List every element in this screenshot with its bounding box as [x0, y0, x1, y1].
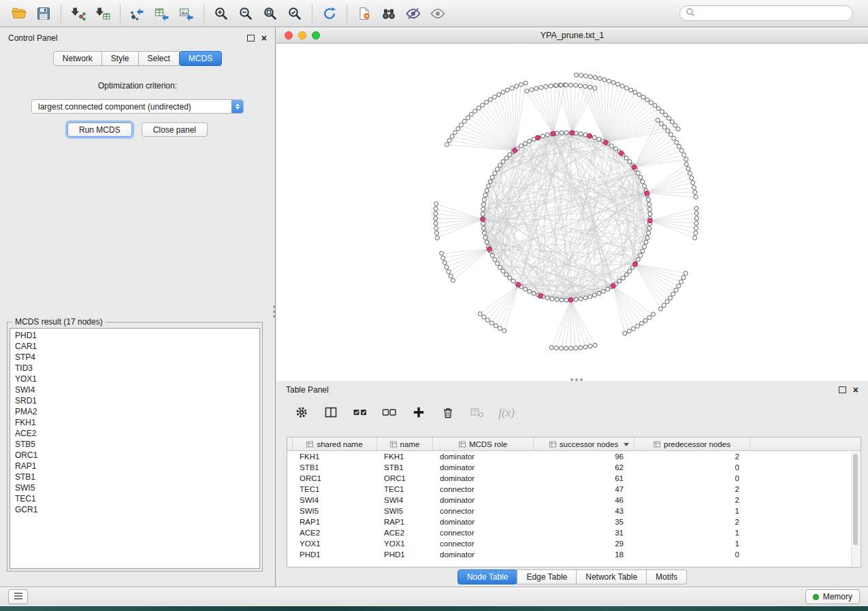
cell-name[interactable]: FKH1 — [377, 452, 433, 461]
run-mcds-button[interactable]: Run MCDS — [67, 122, 132, 137]
cell-mcds-role[interactable]: dominator — [433, 474, 534, 482]
cell-shared-name[interactable]: TEC1 — [293, 485, 377, 493]
refresh-layout-button[interactable] — [317, 3, 342, 24]
cell-name[interactable]: SWI5 — [377, 507, 433, 515]
result-node-item[interactable]: STB1 — [15, 472, 259, 482]
cell-predecessor-nodes[interactable]: 2 — [634, 452, 750, 461]
maximize-window-icon[interactable] — [312, 31, 320, 39]
cell-shared-name[interactable]: PHD1 — [293, 550, 377, 559]
cell-mcds-role[interactable]: connector — [433, 529, 534, 537]
table-row[interactable]: TEC1TEC1connector472 — [287, 484, 861, 495]
cell-name[interactable]: SWI4 — [377, 496, 433, 504]
tab-motifs[interactable]: Motifs — [646, 569, 687, 584]
cell-predecessor-nodes[interactable]: 0 — [634, 463, 750, 472]
close-window-icon[interactable] — [285, 31, 293, 39]
cell-successor-nodes[interactable]: 46 — [534, 496, 634, 504]
result-node-item[interactable]: RAP1 — [15, 461, 259, 472]
cell-name[interactable]: ACE2 — [377, 529, 433, 537]
cell-name[interactable]: STB1 — [377, 463, 433, 472]
vertical-splitter-grip[interactable] — [273, 306, 276, 308]
cell-predecessor-nodes[interactable]: 2 — [634, 496, 750, 504]
deselect-all-button[interactable] — [381, 404, 398, 422]
cell-shared-name[interactable]: SWI5 — [293, 507, 377, 515]
cell-shared-name[interactable]: RAP1 — [293, 518, 377, 526]
result-node-item[interactable]: GCR1 — [15, 504, 259, 515]
cell-successor-nodes[interactable]: 35 — [534, 518, 634, 526]
cell-predecessor-nodes[interactable]: 2 — [634, 485, 750, 493]
table-row[interactable]: RAP1RAP1dominator352 — [287, 516, 861, 527]
cell-successor-nodes[interactable]: 61 — [534, 474, 634, 482]
table-settings-button[interactable] — [293, 404, 310, 422]
result-node-item[interactable]: STP4 — [15, 352, 259, 363]
cell-shared-name[interactable]: SWI4 — [293, 496, 377, 504]
close-panel-button[interactable]: Close panel — [142, 122, 208, 137]
cell-shared-name[interactable]: ORC1 — [293, 474, 377, 482]
select-all-button[interactable] — [351, 404, 369, 422]
column-header-name[interactable]: name — [377, 437, 433, 450]
result-node-item[interactable]: TEC1 — [15, 493, 259, 504]
result-node-item[interactable]: FKH1 — [15, 417, 259, 428]
column-header-shared-name[interactable]: shared name — [293, 437, 377, 450]
zoom-out-button[interactable] — [234, 3, 258, 24]
share-document-button[interactable] — [352, 3, 376, 24]
zoom-selected-button[interactable] — [283, 3, 307, 24]
result-node-item[interactable]: SWI4 — [15, 384, 259, 395]
show-all-button[interactable] — [425, 3, 450, 24]
tab-network-table[interactable]: Network Table — [576, 569, 647, 584]
export-image-button[interactable] — [174, 3, 199, 24]
result-node-item[interactable]: ACE2 — [15, 428, 259, 439]
table-row[interactable]: SWI5SWI5connector431 — [287, 506, 861, 516]
cell-successor-nodes[interactable]: 96 — [534, 452, 634, 461]
cell-mcds-role[interactable]: dominator — [433, 496, 534, 504]
network-window-titlebar[interactable]: YPA_prune.txt_1 — [276, 28, 868, 44]
result-node-item[interactable]: CAR1 — [15, 341, 259, 352]
result-node-item[interactable]: TID3 — [15, 363, 259, 374]
minimize-window-icon[interactable] — [298, 31, 306, 39]
cell-mcds-role[interactable]: dominator — [433, 452, 534, 461]
table-row[interactable]: ORC1ORC1dominator610 — [287, 473, 861, 484]
search-box[interactable] — [679, 5, 853, 21]
result-node-item[interactable]: PHD1 — [15, 330, 259, 341]
cell-predecessor-nodes[interactable]: 1 — [634, 529, 750, 537]
memory-button[interactable]: Memory — [805, 589, 860, 604]
cell-successor-nodes[interactable]: 31 — [534, 529, 634, 537]
show-panel-list-button[interactable] — [8, 589, 28, 604]
close-panel-icon[interactable]: × — [261, 34, 267, 42]
result-node-item[interactable]: STB5 — [15, 439, 259, 450]
import-table-button[interactable] — [91, 3, 115, 24]
table-row[interactable]: SWI4SWI4dominator462 — [287, 495, 861, 506]
table-row[interactable]: PHD1PHD1dominator180 — [287, 549, 861, 560]
search-input[interactable] — [698, 8, 847, 19]
column-header-mcds-role[interactable]: MCDS role — [433, 437, 534, 450]
float-panel-icon[interactable] — [247, 35, 255, 42]
cell-mcds-role[interactable]: connector — [433, 485, 534, 493]
cell-predecessor-nodes[interactable]: 1 — [634, 540, 750, 548]
save-session-button[interactable] — [31, 3, 56, 24]
result-node-item[interactable]: PMA2 — [15, 406, 259, 417]
table-scrollbar[interactable] — [851, 452, 860, 566]
cell-mcds-role[interactable]: dominator — [433, 550, 534, 559]
result-node-item[interactable]: SRD1 — [15, 395, 259, 406]
mcds-result-list[interactable]: PHD1CAR1STP4TID3YOX1SWI4SRD1PMA2FKH1ACE2… — [10, 328, 260, 569]
zoom-in-button[interactable] — [209, 3, 234, 24]
column-header-successor-nodes[interactable]: successor nodes — [534, 437, 634, 450]
cell-shared-name[interactable]: STB1 — [293, 463, 377, 472]
cell-predecessor-nodes[interactable]: 0 — [634, 474, 750, 482]
cell-name[interactable]: YOX1 — [377, 540, 433, 548]
tab-node-table[interactable]: Node Table — [457, 569, 518, 584]
cell-name[interactable]: RAP1 — [377, 518, 433, 526]
show-columns-button[interactable] — [322, 404, 340, 422]
float-table-panel-icon[interactable] — [839, 386, 846, 393]
cell-name[interactable]: ORC1 — [377, 474, 433, 482]
cell-shared-name[interactable]: YOX1 — [293, 540, 377, 548]
cell-mcds-role[interactable]: connector — [433, 540, 534, 548]
cell-successor-nodes[interactable]: 47 — [534, 485, 634, 493]
table-scrollbar-thumb[interactable] — [853, 454, 858, 545]
network-canvas[interactable] — [276, 44, 868, 381]
cell-predecessor-nodes[interactable]: 2 — [634, 518, 750, 526]
result-node-item[interactable]: SWI5 — [15, 482, 259, 493]
cell-successor-nodes[interactable]: 18 — [534, 550, 634, 559]
cell-shared-name[interactable]: ACE2 — [293, 529, 377, 537]
export-table-button[interactable] — [150, 3, 174, 24]
cell-name[interactable]: TEC1 — [377, 485, 433, 493]
